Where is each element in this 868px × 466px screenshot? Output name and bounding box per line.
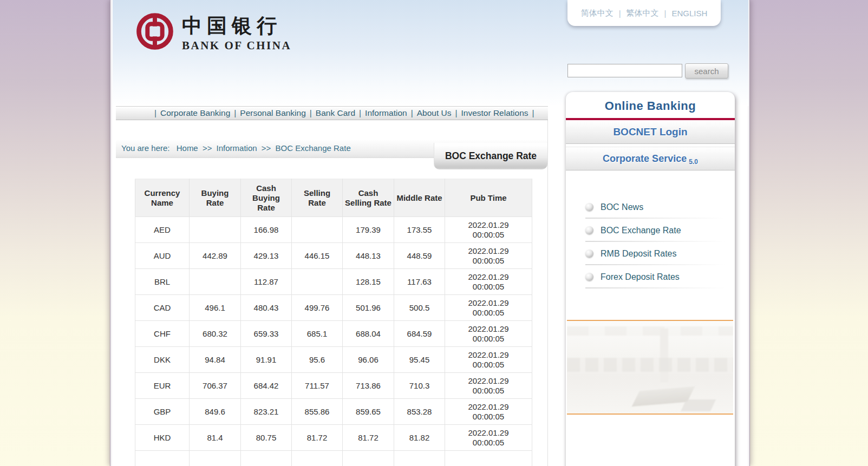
nav-item-bank-card[interactable]: Bank Card xyxy=(316,108,355,118)
buying-cell xyxy=(190,217,241,243)
language-link[interactable]: 简体中文 xyxy=(581,8,614,18)
table-row: DKK94.8491.9195.696.0695.452022.01.2900:… xyxy=(135,347,532,373)
search-input[interactable] xyxy=(567,64,682,77)
separator: | xyxy=(532,108,534,118)
buying-cell: 442.89 xyxy=(190,243,241,269)
cash_selling-cell: 179.39 xyxy=(343,217,394,243)
column-header: Cash Selling Rate xyxy=(343,179,394,217)
bullet-icon xyxy=(585,203,593,211)
nav-item-investor-relations[interactable]: Investor Relations xyxy=(461,108,528,118)
pub-time-cell: 2022.01.2900:00:05 xyxy=(445,399,532,425)
cash_selling-cell: 859.65 xyxy=(343,399,394,425)
breadcrumb-separator: >> xyxy=(259,143,273,153)
currency-cell: HKD xyxy=(135,425,190,451)
selling-cell xyxy=(292,269,343,295)
pub-time-cell: 2022.01.2900:00:05 xyxy=(445,347,532,373)
table-row: CHF680.32659.33685.1688.04684.592022.01.… xyxy=(135,321,532,347)
photo-ceiling xyxy=(567,326,733,336)
column-header: Selling Rate xyxy=(292,179,343,217)
cash_buying-cell: 659.33 xyxy=(241,321,292,347)
table-row: GBP849.6823.21855.86859.65853.282022.01.… xyxy=(135,399,532,425)
nav-item-information[interactable]: Information xyxy=(365,108,407,118)
table-row: AUD442.89429.13446.15448.13448.592022.01… xyxy=(135,243,532,269)
buying-cell: 94.84 xyxy=(190,347,241,373)
nav-item-personal-banking[interactable]: Personal Banking xyxy=(240,108,306,118)
column-header: Pub Time xyxy=(445,179,532,217)
middle-cell: 117.63 xyxy=(394,269,445,295)
pub-time-cell: 2022.01.2900:00:05 xyxy=(445,295,532,321)
selling-cell: 446.15 xyxy=(292,243,343,269)
table-row: AED166.98179.39173.552022.01.2900:00:05 xyxy=(135,217,532,243)
corporate-service-button[interactable]: Corporate Service 5.0 xyxy=(566,147,735,170)
buying-cell: 849.6 xyxy=(190,399,241,425)
breadcrumb-prefix: You are here: xyxy=(121,143,170,153)
language-switcher: 简体中文|繁体中文|ENGLISH xyxy=(567,0,721,26)
search-area: search xyxy=(567,63,739,79)
language-link[interactable]: 繁体中文 xyxy=(626,8,659,18)
language-link[interactable]: ENGLISH xyxy=(671,9,707,18)
middle-cell: 173.55 xyxy=(394,217,445,243)
branch-photo xyxy=(567,320,733,415)
pub-time-cell: 2022.01.2900:00:05 xyxy=(445,425,532,451)
buying-cell: 496.1 xyxy=(190,295,241,321)
currency-cell: CHF xyxy=(135,321,190,347)
sidebar-item-rmb-deposit-rates[interactable]: RMB Deposit Rates xyxy=(585,242,735,265)
bocnet-login-button[interactable]: BOCNET Login xyxy=(566,120,735,144)
selling-cell: 711.57 xyxy=(292,373,343,399)
middle-cell: 500.5 xyxy=(394,295,445,321)
buying-cell xyxy=(190,269,241,295)
cash_buying-cell: 429.13 xyxy=(241,243,292,269)
table-header: Currency NameBuying RateCash Buying Rate… xyxy=(135,179,532,217)
sidebar-item-boc-exchange-rate[interactable]: BOC Exchange Rate xyxy=(585,219,735,242)
cash_buying-cell: 480.43 xyxy=(241,295,292,321)
currency-cell: CAD xyxy=(135,295,190,321)
corporate-service-version: 5.0 xyxy=(689,158,698,170)
middle-cell: 81.82 xyxy=(394,425,445,451)
separator: | xyxy=(619,9,621,18)
cash_selling-cell: 96.06 xyxy=(343,347,394,373)
sidebar-item-label: RMB Deposit Rates xyxy=(601,249,677,259)
sidebar-item-forex-deposit-rates[interactable]: Forex Deposit Rates xyxy=(585,265,735,288)
nav-item-about-us[interactable]: About Us xyxy=(417,108,452,118)
middle-cell: 448.59 xyxy=(394,243,445,269)
search-button[interactable]: search xyxy=(685,63,728,78)
middle-cell: 710.3 xyxy=(394,373,445,399)
currency-cell: EUR xyxy=(135,373,190,399)
column-header: Middle Rate xyxy=(394,179,445,217)
cash_selling-cell: 501.96 xyxy=(343,295,394,321)
currency-cell: BRL xyxy=(135,269,190,295)
breadcrumb-link[interactable]: BOC Exchange Rate xyxy=(275,143,350,153)
selling-cell xyxy=(292,217,343,243)
separator: | xyxy=(455,108,457,118)
cash_buying-cell: 823.21 xyxy=(241,399,292,425)
selling-cell: 95.6 xyxy=(292,347,343,373)
middle-cell: 684.59 xyxy=(394,321,445,347)
separator: | xyxy=(664,9,667,18)
breadcrumb: You are here: Home >> Information >> BOC… xyxy=(121,143,351,153)
currency-cell: GBP xyxy=(135,399,190,425)
sidebar-item-boc-news[interactable]: BOC News xyxy=(585,195,735,219)
page-header: 中国银行 BANK OF CHINA 简体中文|繁体中文|ENGLISH sea… xyxy=(113,0,748,106)
exchange-rate-table: Currency NameBuying RateCash Buying Rate… xyxy=(135,179,532,466)
selling-cell: 685.1 xyxy=(292,321,343,347)
boc-emblem-icon xyxy=(135,12,174,51)
cash_buying-cell: 112.87 xyxy=(241,269,292,295)
corporate-service-label: Corporate Service xyxy=(603,153,687,165)
currency-cell: AUD xyxy=(135,243,190,269)
selling-cell: 81.72 xyxy=(292,425,343,451)
buying-cell: 81.4 xyxy=(190,425,241,451)
pub-time-cell: 2022.01.2900:00:05 xyxy=(445,373,532,399)
column-header: Cash Buying Rate xyxy=(241,179,292,217)
nav-item-corporate-banking[interactable]: Corporate Banking xyxy=(160,108,230,118)
photo-pillar xyxy=(660,329,668,382)
sidebar-menu: BOC NewsBOC Exchange RateRMB Deposit Rat… xyxy=(566,195,735,288)
table-row: EUR706.37684.42711.57713.86710.32022.01.… xyxy=(135,373,532,399)
bank-of-china-logo[interactable]: 中国银行 BANK OF CHINA xyxy=(135,12,291,52)
sidebar-item-label: Forex Deposit Rates xyxy=(601,272,680,282)
breadcrumb-link[interactable]: Home xyxy=(177,143,198,153)
cash_buying-cell: 91.91 xyxy=(241,347,292,373)
sidebar-item-label: BOC News xyxy=(601,202,643,212)
cash_buying-cell: 80.75 xyxy=(241,425,292,451)
bullet-icon xyxy=(585,226,593,234)
breadcrumb-link[interactable]: Information xyxy=(217,143,257,153)
